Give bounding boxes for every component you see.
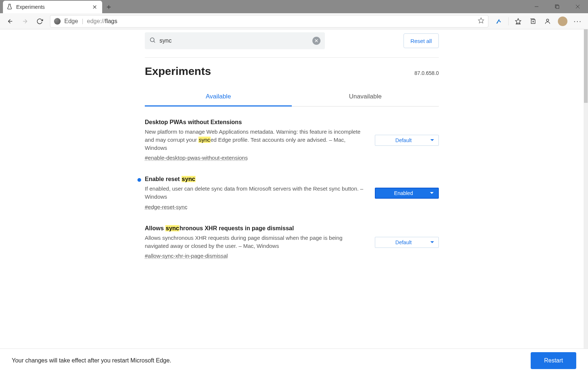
flag-main: Allows synchronous XHR requests in page … (145, 225, 366, 260)
main: Experiments 87.0.658.0 Available Unavail… (145, 65, 439, 259)
favorites-icon[interactable] (511, 14, 526, 29)
titlebar: Experiments ✕ ＋ (0, 0, 588, 13)
restart-message: Your changes will take effect after you … (12, 357, 171, 364)
flask-icon (7, 4, 12, 11)
flags-list: Desktop PWAs without ExtensionsNew platf… (145, 119, 439, 259)
maximize-button[interactable] (547, 0, 567, 13)
avatar[interactable] (558, 17, 567, 26)
favorite-star-icon[interactable] (478, 17, 484, 25)
search-icon (149, 37, 156, 45)
restart-bar: Your changes will take effect after you … (0, 348, 588, 372)
scrollbar[interactable] (584, 29, 588, 348)
minimize-button[interactable] (526, 0, 547, 13)
address-url: edge://flags (87, 18, 118, 25)
flag-dropdown[interactable]: Default (375, 135, 439, 146)
toolbar-actions: ··· (491, 14, 585, 29)
flag-row: Enable reset syncIf enabled, user can de… (145, 176, 439, 210)
flag-dropdown-value: Enabled (379, 190, 428, 196)
flag-dropdown-value: Default (379, 239, 428, 245)
svg-point-12 (150, 38, 154, 42)
flag-description: If enabled, user can delete sync data fr… (145, 185, 366, 201)
collections-icon[interactable] (526, 14, 540, 29)
svg-marker-6 (516, 18, 521, 24)
restart-button[interactable]: Restart (531, 352, 576, 369)
svg-line-13 (154, 41, 155, 42)
flag-row: Allows synchronous XHR requests in page … (145, 225, 439, 260)
new-tab-button[interactable]: ＋ (102, 0, 115, 13)
close-button[interactable] (567, 0, 588, 13)
scrollbar-thumb[interactable] (584, 29, 588, 103)
svg-marker-5 (478, 18, 484, 23)
search-highlight: sync (165, 225, 179, 231)
surf-icon[interactable] (491, 14, 506, 29)
browser-tab[interactable]: Experiments ✕ (3, 1, 102, 13)
flag-title: Desktop PWAs without Extensions (145, 119, 366, 126)
page-title: Experiments (145, 65, 211, 77)
search-row: ✕ Reset all (145, 29, 439, 58)
page-content: ✕ Reset all Experiments 87.0.658.0 Avail… (0, 29, 584, 348)
tab-available[interactable]: Available (145, 88, 292, 106)
reset-all-button[interactable]: Reset all (404, 33, 439, 48)
version-label: 87.0.658.0 (415, 70, 439, 76)
search-highlight: sync (182, 176, 196, 182)
tabs-row: Available Unavailable (145, 88, 439, 106)
flag-hash-link[interactable]: #enable-desktop-pwas-without-extensions (145, 155, 248, 161)
flag-hash-link[interactable]: #edge-reset-sync (145, 204, 187, 210)
svg-rect-2 (556, 6, 559, 8)
back-button[interactable] (3, 14, 18, 29)
flag-dropdown[interactable]: Default (375, 237, 439, 248)
flag-description: New platform to manage Web Applications … (145, 128, 366, 152)
search-input[interactable] (156, 37, 312, 44)
changed-dot-icon (137, 178, 141, 182)
tab-unavailable[interactable]: Unavailable (292, 88, 439, 106)
flag-main: Desktop PWAs without ExtensionsNew platf… (145, 119, 366, 161)
edge-logo-icon (54, 18, 61, 25)
flag-row: Desktop PWAs without ExtensionsNew platf… (145, 119, 439, 161)
tab-close-icon[interactable]: ✕ (91, 4, 98, 11)
search-box: ✕ (145, 32, 325, 49)
toolbar-separator (508, 17, 509, 25)
flag-main: Enable reset syncIf enabled, user can de… (145, 176, 366, 210)
tab-title: Experiments (16, 4, 91, 10)
flag-dropdown[interactable]: Enabled (375, 188, 439, 199)
address-bar[interactable]: Edge | edge://flags (50, 15, 488, 28)
forward-button[interactable] (18, 14, 32, 29)
flag-dropdown-value: Default (379, 137, 428, 143)
window-controls (526, 0, 588, 13)
refresh-button[interactable] (32, 14, 47, 29)
search-highlight: sync (198, 137, 211, 143)
toolbar: Edge | edge://flags ··· (0, 13, 588, 29)
clear-search-icon[interactable]: ✕ (312, 37, 320, 45)
more-menu-icon[interactable]: ··· (570, 14, 585, 29)
flag-description: Allows synchronous XHR requests during p… (145, 234, 366, 250)
title-row: Experiments 87.0.658.0 (145, 65, 439, 77)
flag-hash-link[interactable]: #allow-sync-xhr-in-page-dismissal (145, 253, 228, 259)
flag-title: Allows synchronous XHR requests in page … (145, 225, 366, 232)
flag-title: Enable reset sync (145, 176, 366, 183)
address-segment-label: Edge (64, 18, 82, 25)
svg-point-11 (546, 19, 549, 21)
address-separator: | (82, 18, 87, 25)
profile-icon[interactable] (540, 14, 555, 29)
